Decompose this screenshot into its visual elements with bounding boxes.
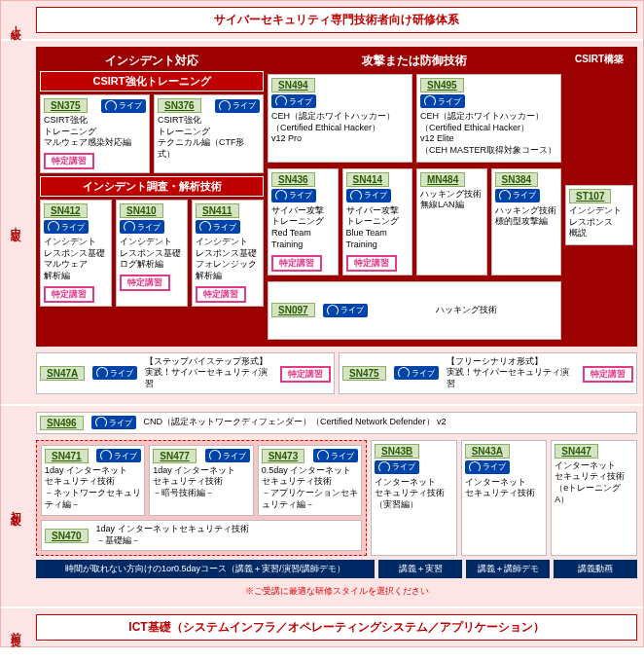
card-sn47a[interactable]: SN47A ライブ 【ステップバイステップ形式】実践！サイバーセキュリティ演習 … <box>36 352 335 394</box>
card-mn484[interactable]: MN484 ハッキング技術無線LAN編 <box>416 168 487 275</box>
level-intermediate: 中級 インシデント対応 CSIRT強化トレーニング SN375ライブ CSIRT… <box>1 41 643 406</box>
training-chart: 上級 サイバーセキュリティ専門技術者向け研修体系 中級 インシデント対応 CSI… <box>0 0 644 647</box>
card-sn097[interactable]: SN097 ライブ ハッキング技術 <box>268 281 561 340</box>
card-sn495[interactable]: SN495 ライブ CEH（認定ホワイトハッカー）（Certified Ethi… <box>416 74 561 163</box>
level-label-prereq: 前提 <box>1 608 30 646</box>
card-sn414[interactable]: SN414 ライブ サイバー攻撃トレーニングBlue TeamTraining … <box>342 168 413 275</box>
card-st107[interactable]: ST107 インシデントレスポンス概説 <box>565 185 633 245</box>
card-sn375[interactable]: SN375ライブ CSIRT強化トレーニングマルウェア感染対応編 特定講習 <box>40 94 150 173</box>
mini-label-3: 講義動画 <box>554 560 637 578</box>
section-attack: 攻撃または防御技術 <box>268 51 561 71</box>
card-sn410[interactable]: SN410 ライブ インシデントレスポンス基礎ログ解析編 特定講習 <box>116 200 188 307</box>
level-label-advanced: 上級 <box>1 1 30 39</box>
section-incident: インシデント対応 <box>40 51 264 71</box>
style-note: ※ご受講に最適な研修スタイルを選択ください <box>36 582 637 601</box>
level-label-beginner: 初級 <box>1 406 30 606</box>
card-sn447[interactable]: SN447 インターネットセキュリティ技術（eトレーニング A） <box>551 440 637 556</box>
section-csirt-build: CSIRT構築 <box>565 51 633 68</box>
section-csirt-training: CSIRT強化トレーニング <box>40 71 264 92</box>
level-label-intermediate: 中級 <box>1 41 30 404</box>
card-sn412[interactable]: SN412 ライブ インシデントレスポンス基礎マルウェア解析編 特定講習 <box>40 200 112 307</box>
beginner-short-courses: SN471ライブ 1day インターネットセキュリティ技術－ネットワークセキュリ… <box>36 440 367 556</box>
card-sn436[interactable]: SN436 ライブ サイバー攻撃トレーニングRed TeamTraining 特… <box>268 168 339 275</box>
card-sn477[interactable]: SN477ライブ 1day インターネットセキュリティ技術－暗号技術編－ <box>149 445 253 517</box>
card-sn43a[interactable]: SN43A ライブ インターネットセキュリティ技術 <box>461 440 548 556</box>
beginner-footer-bar: 時間が取れない方向けの1or0.5dayコース（講義＋実習/演習/講師デモ） <box>36 560 375 578</box>
level-prereq: 前提 ICT基礎（システムインフラ／オペレーティングシステム／アプリケーション） <box>1 608 643 646</box>
card-sn411[interactable]: SN411 ライブ インシデントレスポンス基礎フォレンジック解析編 特定講習 <box>192 200 264 307</box>
mini-label-2: 講義＋講師デモ <box>466 560 550 578</box>
card-sn470[interactable]: SN470 1day インターネットセキュリティ技術－基礎編－ <box>41 520 362 550</box>
card-sn473[interactable]: SN473ライブ 0.5day インターネットセキュリティ技術－アプリケーション… <box>258 445 362 517</box>
prereq-banner: ICT基礎（システムインフラ／オペレーティングシステム／アプリケーション） <box>36 614 637 641</box>
top-banner: サイバーセキュリティ専門技術者向け研修体系 <box>36 7 637 33</box>
card-sn471[interactable]: SN471ライブ 1day インターネットセキュリティ技術－ネットワークセキュリ… <box>41 445 145 517</box>
section-analysis: インシデント調査・解析技術 <box>40 176 264 197</box>
card-sn496[interactable]: SN496 ライブ CND（認定ネットワークディフェンダー）（Certified… <box>36 412 637 434</box>
level-beginner: 初級 SN496 ライブ CND（認定ネットワークディフェンダー）（Certif… <box>1 406 643 608</box>
card-sn494[interactable]: SN494 ライブ CEH（認定ホワイトハッカー）（Certified Ethi… <box>268 74 412 163</box>
card-sn43b[interactable]: SN43B ライブ インターネットセキュリティ技術（実習編） <box>371 440 457 556</box>
card-sn384[interactable]: SN384 ライブ ハッキング技術標的型攻撃編 <box>491 168 562 275</box>
card-sn376[interactable]: SN376ライブ CSIRT強化トレーニングテクニカル編（CTF形式） <box>154 94 264 173</box>
card-sn475[interactable]: SN475 ライブ 【フリーシナリオ形式】実践！サイバーセキュリティ演習 特定講… <box>339 352 637 394</box>
level-advanced: 上級 サイバーセキュリティ専門技術者向け研修体系 <box>1 1 643 41</box>
mini-label-1: 講義＋実習 <box>378 560 462 578</box>
